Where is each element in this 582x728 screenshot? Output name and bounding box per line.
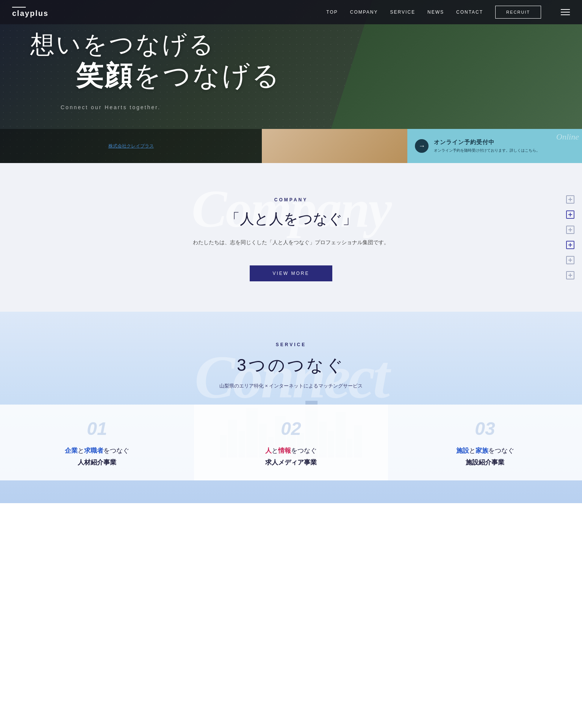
side-dots	[566, 195, 574, 279]
hero-card-left: 株式会社クレイプラス	[0, 129, 262, 163]
card-1-sep1: と	[78, 447, 84, 454]
card-3-accent2-1: 家族	[476, 447, 488, 454]
hero-online-sub: オンライン予約を随時受け付けております。詳しくはこちら。	[434, 147, 540, 153]
nav-top[interactable]: TOP	[326, 9, 338, 15]
service-card-1[interactable]: 01 企業と求職者をつなぐ 人材紹介事業	[0, 405, 194, 480]
service-cards: 01 企業と求職者をつなぐ 人材紹介事業 02 人と情報をつなぐ 求人メディア事…	[0, 405, 582, 480]
service-card-3-num: 03	[397, 420, 573, 438]
online-badge: Online	[556, 132, 579, 142]
card-1-accent1: 企業	[65, 447, 78, 454]
service-title: 3つのつなぐ	[15, 354, 567, 377]
nav-links: TOP COMPANY SERVICE NEWS CONTACT RECRUIT	[326, 6, 570, 19]
service-card-3-main: 施設紹介事業	[397, 458, 573, 467]
side-dot-5[interactable]	[566, 256, 574, 264]
hero-arrow: →	[415, 139, 429, 153]
hamburger-menu[interactable]	[561, 9, 570, 15]
hero-text-line-2: 笑顔をつなげる	[76, 60, 552, 92]
service-card-2-title: 人と情報をつなぐ	[203, 446, 379, 457]
card-2-sep1: と	[272, 447, 278, 454]
service-desc: 山梨県のエリア特化 × インターネットによるマッチングサービス	[15, 383, 567, 389]
service-card-3[interactable]: 03 施設と家族をつなぐ 施設紹介事業	[388, 405, 582, 480]
card-2-end1: をつなぐ	[291, 447, 317, 454]
logo-line	[12, 7, 26, 8]
nav-news[interactable]: NEWS	[427, 9, 444, 15]
hero-online-title: オンライン予約受付中	[434, 139, 540, 146]
service-card-3-title: 施設と家族をつなぐ	[397, 446, 573, 457]
hero-text-bold: 笑顔	[76, 61, 133, 91]
service-card-1-main: 人材紹介事業	[9, 458, 185, 467]
navigation: clayplus TOP COMPANY SERVICE NEWS CONTAC…	[0, 0, 582, 24]
card-3-sep1: と	[469, 447, 476, 454]
company-label: COMPANY	[15, 197, 567, 202]
hero-text-line-1: 想いをつなげる	[30, 30, 552, 60]
hero-subtitle: Connect our Hearts together.	[61, 104, 552, 110]
side-dot-2[interactable]	[566, 210, 574, 219]
hero-card-mid-inner	[262, 129, 407, 163]
service-card-2-num: 02	[203, 420, 379, 438]
card-2-accent2-1: 情報	[278, 447, 291, 454]
side-dot-1[interactable]	[566, 195, 574, 204]
hero-text-rest: をつなげる	[133, 61, 281, 91]
hamburger-line-3	[561, 14, 570, 15]
hero-card-online[interactable]: → オンライン予約受付中 オンライン予約を随時受け付けております。詳しくはこちら…	[407, 129, 582, 163]
logo[interactable]: clayplus	[12, 7, 48, 18]
nav-company[interactable]: COMPANY	[350, 9, 378, 15]
company-desc: わたしたちは、志を同じくした「人と人をつなぐ」プロフェッショナル集団です。	[15, 238, 567, 247]
card-1-end1: をつなぐ	[103, 447, 129, 454]
logo-text: clayplus	[12, 9, 48, 18]
card-3-end1: をつなぐ	[488, 447, 514, 454]
hero-bottom-bar: 株式会社クレイプラス → オンライン予約受付中 オンライン予約を随時受け付けてお…	[0, 129, 582, 163]
company-title: 「人と人をつなぐ」	[15, 209, 567, 229]
company-section: Company COMPANY 「人と人をつなぐ」 わたしたちは、志を同じくした…	[0, 163, 582, 312]
hamburger-line-1	[561, 9, 570, 10]
service-label: SERVICE	[15, 342, 567, 347]
hero-online-text: オンライン予約受付中 オンライン予約を随時受け付けております。詳しくはこちら。	[434, 139, 540, 153]
service-section: Connect SERVICE 3つのつなぐ 山梨県のエリア特化 × インターネ…	[0, 312, 582, 503]
card-3-accent1: 施設	[456, 447, 469, 454]
service-card-2[interactable]: 02 人と情報をつなぐ 求人メディア事業	[194, 405, 388, 480]
nav-service[interactable]: SERVICE	[390, 9, 415, 15]
hero-section: 想いをつなげる 笑顔をつなげる Connect our Hearts toget…	[0, 0, 582, 163]
company-view-more[interactable]: VIEW MORE	[250, 265, 332, 281]
service-card-1-title: 企業と求職者をつなぐ	[9, 446, 185, 457]
card-1-accent2-1: 求職者	[84, 447, 103, 454]
company-bg-text: Company	[192, 178, 390, 239]
card-2-accent1: 人	[265, 447, 272, 454]
recruit-button[interactable]: RECRUIT	[495, 6, 541, 19]
hero-link[interactable]: 株式会社クレイプラス	[108, 143, 154, 149]
side-dot-3[interactable]	[566, 226, 574, 234]
side-dot-6[interactable]	[566, 271, 574, 279]
service-card-2-main: 求人メディア事業	[203, 458, 379, 467]
side-dot-4[interactable]	[566, 241, 574, 249]
service-card-1-num: 01	[9, 420, 185, 438]
hamburger-line-2	[561, 12, 570, 13]
nav-contact[interactable]: CONTACT	[456, 9, 483, 15]
hero-card-mid	[262, 129, 407, 163]
